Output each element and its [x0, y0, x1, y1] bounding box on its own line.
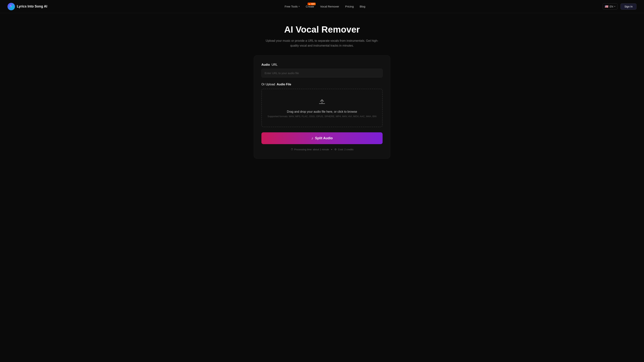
svg-text:♪: ♪	[11, 6, 12, 8]
music-note-icon: ♪	[311, 136, 313, 140]
language-selector[interactable]: 🇺🇸 EN ▾	[603, 3, 618, 10]
page-title: AI Vocal Remover	[284, 24, 360, 35]
split-audio-button[interactable]: ♪ Split Audio	[262, 132, 382, 144]
nav-blog[interactable]: Blog	[360, 5, 365, 8]
flag-icon: 🇺🇸	[605, 5, 608, 8]
upload-label: Or Upload Audio File	[262, 83, 382, 86]
lang-chevron-icon: ▾	[614, 5, 616, 8]
hot-badge: 🔥 HOT	[308, 3, 316, 5]
logo-icon: ♪	[8, 3, 15, 10]
main-content: AI Vocal Remover Upload your music or pr…	[0, 13, 644, 174]
upload-formats-text: Supported formats: WAV, MP3, FLAC, OGG, …	[268, 115, 376, 118]
nav-links: Free Tools ▾ Create 🔥 HOT Vocal Remover …	[284, 5, 365, 8]
logo[interactable]: ♪ Lyrics Into Song AI	[8, 3, 47, 10]
svg-rect-2	[319, 103, 325, 104]
upload-icon	[318, 98, 326, 107]
vocal-remover-card: Audio URL Or Upload Audio File Drag and …	[254, 55, 390, 159]
audio-url-input[interactable]	[262, 69, 382, 78]
processing-time-info: ⏱ Processing time: about 1 minute	[290, 148, 329, 151]
navbar: ♪ Lyrics Into Song AI Free Tools ▾ Creat…	[0, 0, 644, 13]
upload-drag-text: Drag and drop your audio file here, or c…	[287, 110, 357, 113]
nav-free-tools[interactable]: Free Tools ▾	[284, 5, 300, 8]
info-separator	[331, 149, 332, 150]
credits-icon: ⚙	[334, 148, 337, 151]
page-subtitle: Upload your music or provide a URL to se…	[264, 38, 380, 48]
navbar-right: 🇺🇸 EN ▾ Sign In	[603, 3, 636, 10]
brand-name: Lyrics Into Song AI	[17, 5, 47, 9]
chevron-down-icon: ▾	[299, 5, 300, 8]
cost-info: ⚙ Cost: 2 credits	[334, 148, 354, 151]
nav-pricing[interactable]: Pricing	[345, 5, 354, 8]
nav-create[interactable]: Create 🔥 HOT	[306, 5, 314, 8]
file-upload-area[interactable]: Drag and drop your audio file here, or c…	[262, 89, 382, 127]
audio-url-label: Audio URL	[262, 63, 382, 67]
nav-vocal-remover[interactable]: Vocal Remover	[320, 5, 339, 8]
info-row: ⏱ Processing time: about 1 minute ⚙ Cost…	[262, 148, 382, 151]
sign-in-button[interactable]: Sign In	[620, 3, 636, 10]
clock-icon: ⏱	[290, 148, 293, 151]
